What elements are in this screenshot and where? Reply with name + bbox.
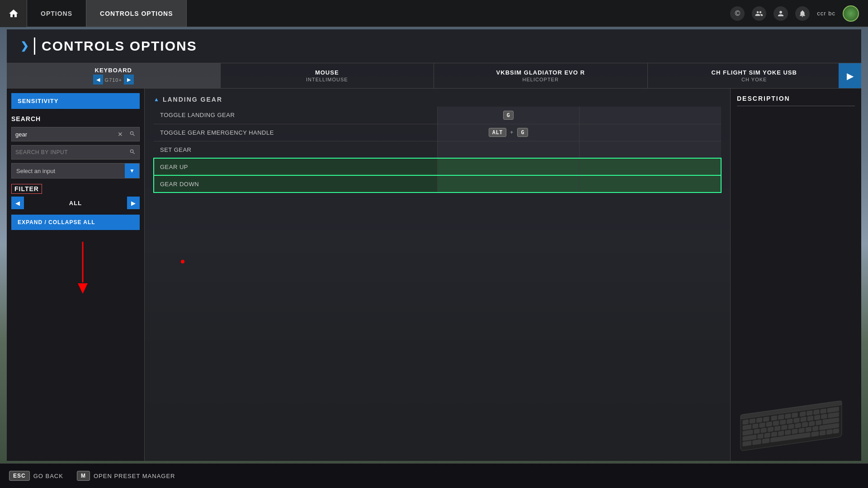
svg-rect-41 <box>758 434 764 439</box>
svg-rect-44 <box>778 431 784 436</box>
filter-next-button[interactable]: ▶ <box>127 197 140 209</box>
community-icon[interactable] <box>752 6 766 21</box>
tab-ch-yoke[interactable]: CH FLIGHT SIM YOKE USB CH YOKE <box>648 63 862 88</box>
svg-rect-13 <box>821 408 826 413</box>
device-tabs: KEYBOARD ◀ G710+ ▶ MOUSE INTELLIMOUSE VK… <box>7 63 861 89</box>
key-binding-2[interactable] <box>579 158 721 175</box>
options-nav-label[interactable]: OPTIONS <box>27 0 86 27</box>
svg-rect-18 <box>766 422 772 427</box>
tab-keyboard-name: KEYBOARD <box>95 67 132 74</box>
svg-rect-2 <box>743 419 749 424</box>
tabs-next-button[interactable]: ▶ <box>839 63 861 88</box>
svg-rect-30 <box>761 428 767 433</box>
filter-label: FILTER <box>11 184 42 194</box>
search-by-input-placeholder: SEARCH BY INPUT <box>12 149 126 155</box>
home-icon <box>8 8 19 19</box>
svg-rect-37 <box>809 421 815 426</box>
top-nav-right: © ccr bc <box>730 5 868 22</box>
filter-prev-button[interactable]: ◀ <box>11 197 24 209</box>
keyboard-tab-next-btn[interactable]: ▶ <box>124 75 134 84</box>
go-back-action: ESC GO BACK <box>9 471 63 481</box>
key-binding-1[interactable] <box>438 141 580 158</box>
svg-rect-16 <box>752 423 758 428</box>
user-avatar[interactable] <box>843 5 859 22</box>
svg-rect-56 <box>820 430 826 435</box>
search-input-row: ✕ <box>11 127 140 141</box>
svg-rect-26 <box>821 414 827 419</box>
action-label: SET GEAR <box>154 141 438 158</box>
notification-icon[interactable] <box>795 6 810 21</box>
expand-collapse-button[interactable]: EXPAND / COLLAPSE ALL <box>11 215 140 230</box>
tab-mouse[interactable]: MOUSE INTELLIMOUSE <box>221 63 434 88</box>
select-input-dropdown[interactable]: Select an input ▼ <box>11 163 140 178</box>
keyboard-tab-prev-btn[interactable]: ◀ <box>93 75 103 84</box>
tab-vkbsim[interactable]: VKBSIM GLADIATOR EVO R HELICOPTER <box>434 63 648 88</box>
section-collapse-icon[interactable]: ▲ <box>154 96 159 103</box>
svg-rect-19 <box>773 421 779 426</box>
key-binding-2[interactable] <box>579 107 721 124</box>
profile-icon[interactable] <box>774 6 788 21</box>
select-input-dropdown-button[interactable]: ▼ <box>125 164 139 178</box>
controls-nav-label[interactable]: CONTROLS OPTIONS <box>86 0 187 27</box>
search-input[interactable] <box>12 131 115 138</box>
search-clear-button[interactable]: ✕ <box>115 131 126 138</box>
tab-ch-yoke-name: CH FLIGHT SIM YOKE USB <box>712 69 797 76</box>
tab-keyboard-sub: G710+ <box>105 77 122 83</box>
description-title: DESCRIPTION <box>737 95 855 106</box>
key-binding-1[interactable] <box>438 175 580 192</box>
svg-rect-32 <box>774 426 780 431</box>
svg-rect-46 <box>792 429 798 434</box>
search-by-input-button[interactable] <box>126 149 139 156</box>
tab-vkbsim-sub: HELICOPTER <box>523 77 559 82</box>
go-back-label: GO BACK <box>33 473 63 479</box>
main-content: ▲ LANDING GEAR TOGGLE LANDING GEAR G <box>145 89 730 461</box>
svg-rect-47 <box>799 428 805 433</box>
svg-rect-24 <box>807 416 813 421</box>
table-row[interactable]: TOGGLE LANDING GEAR G <box>154 107 721 124</box>
key-binding-1[interactable] <box>438 158 580 175</box>
key-binding-1[interactable]: G <box>438 107 580 124</box>
key-binding-2[interactable] <box>579 175 721 192</box>
key-g-badge: G <box>503 111 514 120</box>
home-button[interactable] <box>0 0 27 27</box>
svg-rect-49 <box>812 426 818 431</box>
tab-ch-yoke-sub: CH YOKE <box>741 77 767 82</box>
svg-rect-5 <box>763 417 769 422</box>
section-header: ▲ LANDING GEAR <box>154 96 721 103</box>
svg-rect-58 <box>833 428 839 433</box>
panel-header: ❯ CONTROLS OPTIONS <box>7 29 861 63</box>
copyright-icon[interactable]: © <box>730 6 745 21</box>
svg-rect-9 <box>792 413 798 418</box>
svg-rect-10 <box>800 412 806 417</box>
svg-rect-48 <box>806 427 811 432</box>
key-binding-2[interactable] <box>579 124 721 141</box>
key-alt-badge: ALT <box>489 128 506 137</box>
table-row[interactable]: TOGGLE GEAR EMERGENCY HANDLE ALT + G <box>154 124 721 141</box>
bottom-bar: ESC GO BACK M OPEN PRESET MANAGER <box>0 463 868 488</box>
svg-rect-57 <box>826 429 832 434</box>
table-row-gear-up[interactable]: GEAR UP <box>154 158 721 175</box>
svg-rect-7 <box>778 414 784 419</box>
key-plus-separator: + <box>510 129 514 136</box>
table-row-gear-down[interactable]: GEAR DOWN <box>154 175 721 192</box>
tab-vkbsim-name: VKBSIM GLADIATOR EVO R <box>496 69 585 76</box>
sensitivity-button[interactable]: SENSITIVITY <box>11 93 140 109</box>
svg-rect-21 <box>787 419 793 424</box>
table-row[interactable]: SET GEAR <box>154 141 721 158</box>
tab-mouse-sub: INTELLIMOUSE <box>306 77 348 82</box>
key-binding-1[interactable]: ALT + G <box>438 124 580 141</box>
preset-label: OPEN PRESET MANAGER <box>94 473 175 479</box>
tab-mouse-name: MOUSE <box>315 69 339 76</box>
svg-rect-12 <box>814 409 820 414</box>
svg-rect-23 <box>801 417 807 422</box>
search-by-input-row[interactable]: SEARCH BY INPUT <box>11 145 140 160</box>
key-g2-badge: G <box>517 128 528 137</box>
search-submit-button[interactable] <box>126 131 139 138</box>
tab-keyboard[interactable]: KEYBOARD ◀ G710+ ▶ <box>7 63 221 88</box>
svg-rect-20 <box>780 420 786 425</box>
key-binding-2[interactable] <box>579 141 721 158</box>
svg-rect-22 <box>794 418 800 422</box>
username-label: ccr bc <box>817 10 835 17</box>
preset-manager-action: M OPEN PRESET MANAGER <box>77 471 175 481</box>
filter-value: ALL <box>26 200 125 206</box>
